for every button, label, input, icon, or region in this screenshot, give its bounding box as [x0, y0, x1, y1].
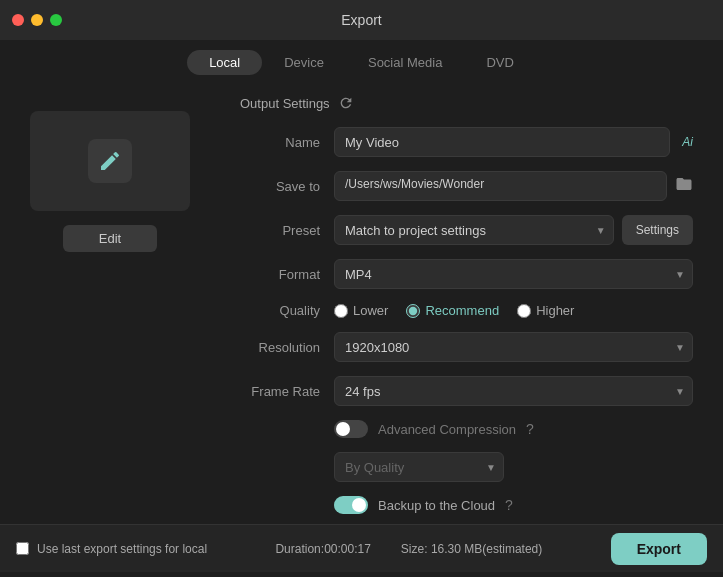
by-quality-row: By Quality ▼: [240, 452, 693, 482]
resolution-select[interactable]: 1920x1080: [334, 332, 693, 362]
backup-cloud-help-icon[interactable]: ?: [505, 497, 513, 513]
settings-button[interactable]: Settings: [622, 215, 693, 245]
use-last-checkbox[interactable]: [16, 542, 29, 555]
bottom-bar: Use last export settings for local Durat…: [0, 524, 723, 572]
backup-cloud-toggle[interactable]: [334, 496, 368, 514]
duration-info: Duration:00:00:17: [275, 542, 370, 556]
section-title: Output Settings: [240, 95, 693, 111]
use-last-settings[interactable]: Use last export settings for local: [16, 542, 207, 556]
tab-local[interactable]: Local: [187, 50, 262, 75]
export-button[interactable]: Export: [611, 533, 707, 565]
frame-rate-select[interactable]: 24 fps: [334, 376, 693, 406]
backup-cloud-label: Backup to the Cloud: [378, 498, 495, 513]
format-label: Format: [240, 267, 320, 282]
tab-social-media[interactable]: Social Media: [346, 50, 464, 75]
titlebar: Export: [0, 0, 723, 40]
frame-rate-row: Frame Rate 24 fps ▼: [240, 376, 693, 406]
save-to-label: Save to: [240, 179, 320, 194]
minimize-button[interactable]: [31, 14, 43, 26]
quality-lower[interactable]: Lower: [334, 303, 388, 318]
preview-box: [30, 111, 190, 211]
advanced-compression-toggle[interactable]: [334, 420, 368, 438]
preset-label: Preset: [240, 223, 320, 238]
quality-recommend[interactable]: Recommend: [406, 303, 499, 318]
format-row: Format MP4 ▼: [240, 259, 693, 289]
backup-cloud-row: Backup to the Cloud ?: [240, 496, 693, 514]
main-content: Edit Output Settings Name Ai Save to /Us…: [0, 81, 723, 524]
preview-icon: [88, 139, 132, 183]
quality-higher-radio[interactable]: [517, 304, 531, 318]
advanced-compression-label: Advanced Compression: [378, 422, 516, 437]
name-row: Name Ai: [240, 127, 693, 157]
size-info: Size: 16.30 MB(estimated): [401, 542, 542, 556]
quality-recommend-radio[interactable]: [406, 304, 420, 318]
tabbar: Local Device Social Media DVD: [0, 40, 723, 81]
traffic-lights: [12, 14, 62, 26]
frame-rate-label: Frame Rate: [240, 384, 320, 399]
tab-device[interactable]: Device: [262, 50, 346, 75]
quality-row: Quality Lower Recommend Higher: [240, 303, 693, 318]
window-title: Export: [341, 12, 381, 28]
maximize-button[interactable]: [50, 14, 62, 26]
name-label: Name: [240, 135, 320, 150]
pencil-icon: [98, 149, 122, 173]
quality-label: Quality: [240, 303, 320, 318]
save-path: /Users/ws/Movies/Wonder: [334, 171, 667, 201]
resolution-row: Resolution 1920x1080 ▼: [240, 332, 693, 362]
advanced-compression-row: Advanced Compression ?: [240, 420, 693, 438]
resolution-label: Resolution: [240, 340, 320, 355]
bottom-info: Duration:00:00:17 Size: 16.30 MB(estimat…: [275, 542, 542, 556]
format-select[interactable]: MP4: [334, 259, 693, 289]
folder-icon[interactable]: [675, 175, 693, 197]
edit-button[interactable]: Edit: [63, 225, 157, 252]
refresh-icon[interactable]: [338, 95, 354, 111]
tab-dvd[interactable]: DVD: [464, 50, 535, 75]
close-button[interactable]: [12, 14, 24, 26]
name-input[interactable]: [334, 127, 670, 157]
ai-icon: Ai: [682, 135, 693, 149]
right-panel: Output Settings Name Ai Save to /Users/w…: [220, 81, 723, 524]
left-panel: Edit: [0, 81, 220, 524]
advanced-compression-help-icon[interactable]: ?: [526, 421, 534, 437]
preset-row: Preset Match to project settings ▼ Setti…: [240, 215, 693, 245]
preset-select[interactable]: Match to project settings: [334, 215, 614, 245]
quality-higher[interactable]: Higher: [517, 303, 574, 318]
save-to-row: Save to /Users/ws/Movies/Wonder: [240, 171, 693, 201]
by-quality-select[interactable]: By Quality: [334, 452, 504, 482]
quality-lower-radio[interactable]: [334, 304, 348, 318]
